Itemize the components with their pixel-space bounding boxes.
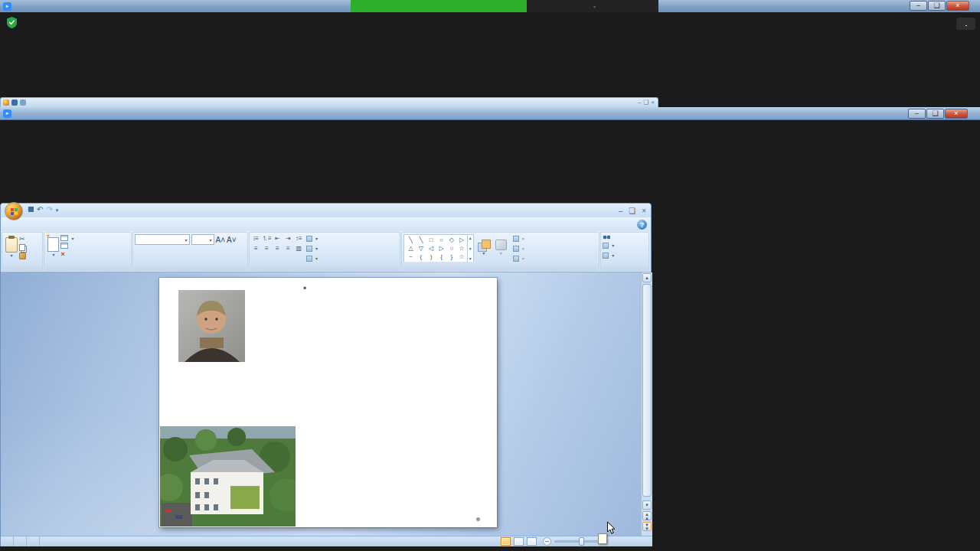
- ppt-titlebar: [1, 204, 651, 217]
- normal-view-button[interactable]: [501, 537, 511, 546]
- font-size-combo[interactable]: ▾: [191, 234, 214, 245]
- clipboard-group-label: [2, 262, 42, 270]
- customize-qat-icon[interactable]: ▾: [56, 207, 59, 213]
- powerpoint-window: ↶ ↷ ▾ – ❑ × ? ▾ ✂: [0, 203, 652, 546]
- mouse-cursor: [606, 521, 616, 535]
- bullets-button[interactable]: ⁝≡: [251, 234, 261, 243]
- view-settings-dropdown[interactable]: ▾: [527, 0, 658, 12]
- close-button[interactable]: ×: [946, 1, 969, 11]
- stale-window-controls: –❑×: [638, 99, 655, 106]
- replace-button[interactable]: ▾: [603, 241, 647, 250]
- text-direction-button[interactable]: ▾: [306, 234, 318, 243]
- numbering-button[interactable]: ⒈≡: [262, 234, 272, 243]
- replace-icon: [603, 243, 609, 249]
- ppt-ribbon: ▾ ✂ ▾ ▾: [1, 231, 651, 272]
- maximize-button[interactable]: ❑: [928, 1, 946, 11]
- cut-icon[interactable]: ✂: [19, 236, 26, 243]
- minimize-button[interactable]: –: [908, 109, 926, 119]
- columns-button[interactable]: ▥: [294, 244, 304, 253]
- top-partial-video-row: [691, 67, 944, 106]
- zoom-window1-titlebar: ▸ ▾ – ❑ ×: [0, 0, 980, 12]
- slideshow-view-button[interactable]: [527, 537, 537, 546]
- find-icon: [603, 234, 610, 240]
- help-icon[interactable]: ?: [637, 220, 647, 230]
- font-group-label: [133, 262, 247, 270]
- slide-body-text[interactable]: •: [302, 282, 495, 296]
- meeting-security-shield-icon[interactable]: [7, 17, 17, 28]
- shapes-gallery[interactable]: ╲╲□○◇▷ △▽◁▷○☆ ~(){}☆ ▲▼▼: [403, 234, 474, 262]
- scroll-thumb[interactable]: [642, 284, 652, 497]
- align-text-button[interactable]: ▾: [306, 244, 318, 253]
- grow-font-button[interactable]: А˄: [216, 235, 226, 245]
- quick-styles-button[interactable]: ▾: [494, 234, 508, 261]
- ribbon-group-clipboard: ▾ ✂: [2, 232, 43, 271]
- new-slide-button[interactable]: ▾: [46, 234, 60, 261]
- office-button[interactable]: [5, 202, 23, 220]
- shape-outline-button[interactable]: ▾: [513, 244, 524, 253]
- undo-icon: [20, 99, 26, 106]
- arrange-button[interactable]: ▾: [476, 234, 492, 261]
- ppt-window-controls: – ❑ ×: [619, 207, 646, 215]
- shrink-font-button[interactable]: А˅: [227, 235, 237, 245]
- barefoot-hotel-aerial-photo[interactable]: [160, 426, 296, 527]
- gallery-view-button[interactable]: [956, 18, 975, 30]
- previous-slide-button[interactable]: ▲▲: [642, 511, 652, 520]
- align-center-button[interactable]: ≡: [262, 244, 272, 253]
- placeholder-dot: [476, 517, 480, 521]
- screen: ▸ ▾ – ❑ × –❑× ▸ – ❑ ×: [0, 0, 980, 551]
- restore-button[interactable]: ❑: [926, 109, 944, 119]
- ppt-minimize-button[interactable]: –: [619, 207, 623, 215]
- zoom-slider-thumb[interactable]: [579, 537, 584, 546]
- align-left-button[interactable]: ≡: [251, 244, 261, 253]
- quick-access-toolbar: ↶ ↷ ▾: [27, 206, 58, 214]
- status-slide-counter: [1, 536, 14, 546]
- slide-sorter-view-button[interactable]: [514, 537, 524, 546]
- minimize-button[interactable]: –: [910, 1, 927, 11]
- undo-icon[interactable]: ↶: [37, 206, 43, 214]
- align-text-icon: [306, 246, 312, 252]
- format-painter-icon[interactable]: [19, 253, 26, 259]
- arrange-icon: [478, 240, 490, 250]
- screen-share-banner: [351, 0, 527, 12]
- ribbon-group-slides: ▾ ▾ ×: [44, 232, 131, 271]
- next-slide-button[interactable]: ▼▼: [642, 522, 652, 531]
- reset-icon: [60, 243, 68, 249]
- increase-indent-button[interactable]: ⇥: [283, 234, 293, 243]
- next-slide-tooltip: [598, 533, 607, 544]
- slide-canvas[interactable]: •: [159, 278, 497, 527]
- zoom-app-icon: ▸: [3, 109, 11, 118]
- status-language[interactable]: [27, 536, 40, 546]
- decrease-indent-button[interactable]: ⇤: [273, 234, 283, 243]
- layout-icon: [60, 235, 68, 241]
- chevron-down-icon: ▾: [593, 4, 596, 9]
- scroll-down-button[interactable]: ▼: [642, 500, 652, 510]
- copy-icon[interactable]: [19, 244, 25, 251]
- justify-button[interactable]: ≡: [283, 244, 293, 253]
- delete-icon: ×: [60, 250, 64, 258]
- find-button[interactable]: [603, 234, 647, 240]
- font-name-combo[interactable]: ▾: [135, 234, 190, 245]
- zoom-app-icon: ▸: [3, 2, 11, 11]
- slide-vertical-scrollbar[interactable]: ▲ ▼ ▲▲ ▼▼: [641, 272, 652, 536]
- grid-view-icon: [961, 21, 968, 27]
- shape-fill-button[interactable]: ▾: [513, 234, 524, 243]
- slides-group-label: [44, 262, 130, 270]
- slide-editing-area: • ▲ ▼ ▲▲ ▼▼: [1, 272, 652, 536]
- line-spacing-button[interactable]: ↕≡: [294, 234, 304, 243]
- paste-button[interactable]: ▾: [4, 234, 19, 261]
- align-right-button[interactable]: ≡: [273, 244, 283, 253]
- zoom-out-button[interactable]: –: [543, 537, 551, 546]
- scroll-up-button[interactable]: ▲: [642, 273, 652, 282]
- redo-icon[interactable]: ↷: [46, 206, 52, 214]
- ribbon-group-drawing: ╲╲□○◇▷ △▽◁▷○☆ ~(){}☆ ▲▼▼ ▾ ▾ ▾: [401, 232, 599, 271]
- save-icon[interactable]: [27, 207, 34, 214]
- ppt-restore-button[interactable]: ❑: [629, 207, 635, 215]
- text-direction-icon: [306, 236, 312, 242]
- til-schweiger-portrait-photo[interactable]: [178, 290, 245, 362]
- ppt-statusbar: –: [1, 536, 652, 546]
- shapes-scroll[interactable]: ▲▼▼: [467, 235, 473, 262]
- paragraph-group-label: [250, 262, 400, 270]
- close-button[interactable]: ×: [945, 109, 968, 119]
- select-button[interactable]: ▾: [603, 251, 647, 260]
- ppt-close-button[interactable]: ×: [642, 207, 646, 215]
